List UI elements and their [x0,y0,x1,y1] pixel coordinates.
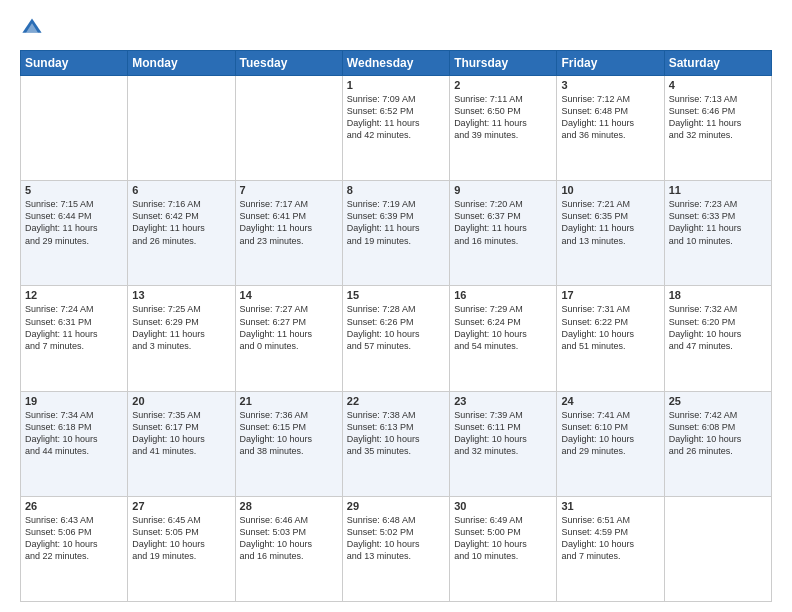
calendar-cell: 17Sunrise: 7:31 AM Sunset: 6:22 PM Dayli… [557,286,664,391]
calendar-cell: 13Sunrise: 7:25 AM Sunset: 6:29 PM Dayli… [128,286,235,391]
calendar-week-row: 19Sunrise: 7:34 AM Sunset: 6:18 PM Dayli… [21,391,772,496]
day-number: 23 [454,395,552,407]
day-info: Sunrise: 7:35 AM Sunset: 6:17 PM Dayligh… [132,409,230,458]
calendar: SundayMondayTuesdayWednesdayThursdayFrid… [20,50,772,602]
weekday-header: Monday [128,51,235,76]
day-info: Sunrise: 7:21 AM Sunset: 6:35 PM Dayligh… [561,198,659,247]
calendar-cell: 6Sunrise: 7:16 AM Sunset: 6:42 PM Daylig… [128,181,235,286]
day-number: 5 [25,184,123,196]
calendar-cell: 4Sunrise: 7:13 AM Sunset: 6:46 PM Daylig… [664,76,771,181]
calendar-week-row: 26Sunrise: 6:43 AM Sunset: 5:06 PM Dayli… [21,496,772,601]
calendar-cell: 23Sunrise: 7:39 AM Sunset: 6:11 PM Dayli… [450,391,557,496]
calendar-cell: 20Sunrise: 7:35 AM Sunset: 6:17 PM Dayli… [128,391,235,496]
day-number: 28 [240,500,338,512]
logo [20,16,48,40]
day-info: Sunrise: 7:25 AM Sunset: 6:29 PM Dayligh… [132,303,230,352]
day-info: Sunrise: 6:51 AM Sunset: 4:59 PM Dayligh… [561,514,659,563]
day-info: Sunrise: 6:48 AM Sunset: 5:02 PM Dayligh… [347,514,445,563]
day-info: Sunrise: 7:38 AM Sunset: 6:13 PM Dayligh… [347,409,445,458]
day-number: 10 [561,184,659,196]
day-number: 25 [669,395,767,407]
weekday-header: Friday [557,51,664,76]
calendar-cell: 26Sunrise: 6:43 AM Sunset: 5:06 PM Dayli… [21,496,128,601]
calendar-cell: 29Sunrise: 6:48 AM Sunset: 5:02 PM Dayli… [342,496,449,601]
calendar-cell: 10Sunrise: 7:21 AM Sunset: 6:35 PM Dayli… [557,181,664,286]
calendar-cell: 18Sunrise: 7:32 AM Sunset: 6:20 PM Dayli… [664,286,771,391]
calendar-cell: 30Sunrise: 6:49 AM Sunset: 5:00 PM Dayli… [450,496,557,601]
day-number: 13 [132,289,230,301]
day-number: 14 [240,289,338,301]
weekday-header: Thursday [450,51,557,76]
day-info: Sunrise: 6:43 AM Sunset: 5:06 PM Dayligh… [25,514,123,563]
day-info: Sunrise: 7:36 AM Sunset: 6:15 PM Dayligh… [240,409,338,458]
day-info: Sunrise: 6:49 AM Sunset: 5:00 PM Dayligh… [454,514,552,563]
calendar-cell: 7Sunrise: 7:17 AM Sunset: 6:41 PM Daylig… [235,181,342,286]
calendar-cell: 19Sunrise: 7:34 AM Sunset: 6:18 PM Dayli… [21,391,128,496]
day-number: 26 [25,500,123,512]
weekday-header: Tuesday [235,51,342,76]
calendar-cell [128,76,235,181]
day-number: 29 [347,500,445,512]
calendar-cell: 25Sunrise: 7:42 AM Sunset: 6:08 PM Dayli… [664,391,771,496]
calendar-cell: 9Sunrise: 7:20 AM Sunset: 6:37 PM Daylig… [450,181,557,286]
calendar-week-row: 12Sunrise: 7:24 AM Sunset: 6:31 PM Dayli… [21,286,772,391]
day-info: Sunrise: 7:31 AM Sunset: 6:22 PM Dayligh… [561,303,659,352]
calendar-cell: 31Sunrise: 6:51 AM Sunset: 4:59 PM Dayli… [557,496,664,601]
calendar-week-row: 5Sunrise: 7:15 AM Sunset: 6:44 PM Daylig… [21,181,772,286]
calendar-cell: 5Sunrise: 7:15 AM Sunset: 6:44 PM Daylig… [21,181,128,286]
day-info: Sunrise: 7:23 AM Sunset: 6:33 PM Dayligh… [669,198,767,247]
day-info: Sunrise: 7:41 AM Sunset: 6:10 PM Dayligh… [561,409,659,458]
calendar-cell: 28Sunrise: 6:46 AM Sunset: 5:03 PM Dayli… [235,496,342,601]
calendar-cell: 1Sunrise: 7:09 AM Sunset: 6:52 PM Daylig… [342,76,449,181]
day-info: Sunrise: 7:28 AM Sunset: 6:26 PM Dayligh… [347,303,445,352]
day-number: 9 [454,184,552,196]
day-info: Sunrise: 7:34 AM Sunset: 6:18 PM Dayligh… [25,409,123,458]
calendar-cell: 3Sunrise: 7:12 AM Sunset: 6:48 PM Daylig… [557,76,664,181]
calendar-week-row: 1Sunrise: 7:09 AM Sunset: 6:52 PM Daylig… [21,76,772,181]
weekday-header: Sunday [21,51,128,76]
day-info: Sunrise: 7:15 AM Sunset: 6:44 PM Dayligh… [25,198,123,247]
day-info: Sunrise: 7:24 AM Sunset: 6:31 PM Dayligh… [25,303,123,352]
page: SundayMondayTuesdayWednesdayThursdayFrid… [0,0,792,612]
calendar-cell: 8Sunrise: 7:19 AM Sunset: 6:39 PM Daylig… [342,181,449,286]
day-number: 7 [240,184,338,196]
day-info: Sunrise: 7:29 AM Sunset: 6:24 PM Dayligh… [454,303,552,352]
day-number: 4 [669,79,767,91]
day-number: 8 [347,184,445,196]
day-number: 18 [669,289,767,301]
day-info: Sunrise: 6:45 AM Sunset: 5:05 PM Dayligh… [132,514,230,563]
day-number: 22 [347,395,445,407]
day-info: Sunrise: 7:13 AM Sunset: 6:46 PM Dayligh… [669,93,767,142]
calendar-cell: 15Sunrise: 7:28 AM Sunset: 6:26 PM Dayli… [342,286,449,391]
calendar-cell: 21Sunrise: 7:36 AM Sunset: 6:15 PM Dayli… [235,391,342,496]
day-number: 1 [347,79,445,91]
calendar-cell: 22Sunrise: 7:38 AM Sunset: 6:13 PM Dayli… [342,391,449,496]
day-info: Sunrise: 7:17 AM Sunset: 6:41 PM Dayligh… [240,198,338,247]
day-info: Sunrise: 6:46 AM Sunset: 5:03 PM Dayligh… [240,514,338,563]
weekday-header: Saturday [664,51,771,76]
calendar-cell [21,76,128,181]
day-info: Sunrise: 7:11 AM Sunset: 6:50 PM Dayligh… [454,93,552,142]
day-info: Sunrise: 7:19 AM Sunset: 6:39 PM Dayligh… [347,198,445,247]
day-info: Sunrise: 7:20 AM Sunset: 6:37 PM Dayligh… [454,198,552,247]
calendar-cell: 2Sunrise: 7:11 AM Sunset: 6:50 PM Daylig… [450,76,557,181]
calendar-cell: 11Sunrise: 7:23 AM Sunset: 6:33 PM Dayli… [664,181,771,286]
calendar-cell: 16Sunrise: 7:29 AM Sunset: 6:24 PM Dayli… [450,286,557,391]
logo-icon [20,16,44,40]
calendar-cell: 27Sunrise: 6:45 AM Sunset: 5:05 PM Dayli… [128,496,235,601]
day-info: Sunrise: 7:16 AM Sunset: 6:42 PM Dayligh… [132,198,230,247]
calendar-header-row: SundayMondayTuesdayWednesdayThursdayFrid… [21,51,772,76]
day-number: 16 [454,289,552,301]
day-info: Sunrise: 7:27 AM Sunset: 6:27 PM Dayligh… [240,303,338,352]
day-number: 24 [561,395,659,407]
day-number: 15 [347,289,445,301]
day-number: 12 [25,289,123,301]
day-info: Sunrise: 7:12 AM Sunset: 6:48 PM Dayligh… [561,93,659,142]
header [20,16,772,40]
day-number: 20 [132,395,230,407]
day-number: 19 [25,395,123,407]
calendar-cell: 14Sunrise: 7:27 AM Sunset: 6:27 PM Dayli… [235,286,342,391]
day-info: Sunrise: 7:32 AM Sunset: 6:20 PM Dayligh… [669,303,767,352]
day-number: 11 [669,184,767,196]
day-number: 6 [132,184,230,196]
